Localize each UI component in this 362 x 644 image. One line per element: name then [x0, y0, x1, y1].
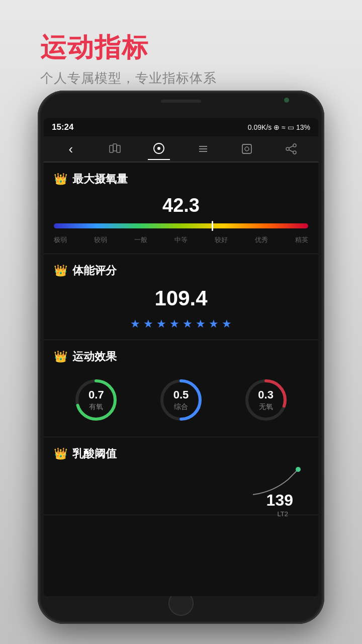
star-1: ★ [130, 317, 140, 331]
signal-icon: ≈ [282, 123, 286, 131]
label-very-weak: 极弱 [54, 235, 67, 245]
map-nav-item[interactable] [104, 138, 126, 160]
exercise-effect-title: 运动效果 [72, 349, 117, 364]
spectrum-marker [212, 221, 213, 231]
lactate-graph-area: 139 LT2 [54, 469, 308, 510]
combined-value: 0.5 [173, 388, 189, 401]
lactate-crown-icon: 👑 [54, 447, 67, 460]
lactate-title: 乳酸阈值 [72, 446, 117, 461]
svg-point-12 [293, 151, 296, 154]
back-button[interactable]: ‹ [60, 138, 82, 160]
label-excellent: 优秀 [255, 235, 268, 245]
star-5: ★ [183, 317, 193, 331]
phone-vol-up-button[interactable] [38, 181, 38, 201]
aerobic-value: 0.7 [88, 388, 104, 401]
svg-rect-0 [110, 145, 113, 152]
phone-screen: 15:24 0.09K/s ⊕ ≈ ▭ 13% ‹ [44, 118, 318, 596]
svg-rect-8 [242, 144, 251, 153]
svg-line-13 [289, 146, 293, 148]
vo2max-header: 👑 最大摄氧量 [54, 172, 308, 187]
spectrum-labels: 极弱 较弱 一般 中等 较好 优秀 精英 [54, 235, 308, 245]
screen-content[interactable]: 👑 最大摄氧量 42.3 极弱 较弱 一般 中等 较好 优秀 精英 [44, 163, 318, 596]
svg-point-4 [157, 147, 160, 150]
spectrum-bar-container [54, 223, 308, 228]
phone-vol-down-button[interactable] [38, 206, 38, 226]
star-7: ★ [209, 317, 219, 331]
nav-bar: ‹ [44, 136, 318, 163]
phone-speaker [161, 100, 201, 103]
aerobic-label: 有氧 [89, 403, 103, 412]
vo2max-value: 42.3 [54, 195, 308, 216]
battery-percent: 13% [296, 123, 310, 131]
combined-circle-wrapper: 0.5 综合 [158, 377, 204, 423]
phone-camera [284, 98, 289, 103]
anaerobic-label: 无氧 [259, 403, 273, 412]
network-speed: 0.09K/s [248, 123, 272, 131]
anaerobic-circle-wrapper: 0.3 无氧 [243, 377, 289, 423]
label-good: 较好 [215, 235, 228, 245]
exercise-effect-header: 👑 运动效果 [54, 349, 308, 364]
label-weak: 较弱 [94, 235, 107, 245]
lactate-header: 👑 乳酸阈值 [54, 446, 308, 461]
vo2max-title: 最大摄氧量 [72, 172, 128, 187]
anaerobic-value: 0.3 [258, 388, 274, 401]
phone-frame: 15:24 0.09K/s ⊕ ≈ ▭ 13% ‹ [38, 91, 324, 624]
svg-line-14 [289, 150, 293, 152]
anaerobic-circle-inner: 0.3 无氧 [243, 377, 289, 423]
combined-circle-inner: 0.5 综合 [158, 377, 204, 423]
label-elite: 精英 [295, 235, 308, 245]
battery-icon: ▭ [288, 123, 294, 131]
aerobic-circle-inner: 0.7 有氧 [73, 377, 119, 423]
star-2: ★ [143, 317, 153, 331]
aerobic-circle-wrapper: 0.7 有氧 [73, 377, 119, 423]
status-right: 0.09K/s ⊕ ≈ ▭ 13% [248, 123, 310, 131]
star-6: ★ [196, 317, 206, 331]
fitness-value: 109.4 [54, 286, 308, 310]
svg-rect-2 [117, 145, 120, 152]
star-4: ★ [169, 317, 179, 331]
list-nav-item[interactable] [192, 138, 214, 160]
svg-rect-1 [113, 144, 117, 151]
fitness-header: 👑 体能评分 [54, 263, 308, 278]
combined-label: 综合 [174, 403, 188, 412]
label-medium: 中等 [174, 235, 188, 245]
svg-point-10 [293, 144, 296, 147]
svg-point-9 [245, 147, 249, 151]
page-title-area: 运动指标 个人专属模型，专业指标体系 [40, 30, 217, 87]
label-normal: 一般 [134, 235, 147, 245]
page-subtitle: 个人专属模型，专业指标体系 [40, 69, 217, 87]
lactate-label: LT2 [278, 510, 288, 518]
share-nav-item[interactable] [280, 138, 302, 160]
vo2max-section: 👑 最大摄氧量 42.3 极弱 较弱 一般 中等 较好 优秀 精英 [44, 163, 318, 254]
star-8: ★ [222, 317, 232, 331]
stars-row: ★ ★ ★ ★ ★ ★ ★ ★ [54, 317, 308, 331]
status-time: 15:24 [52, 122, 73, 132]
spectrum-bar [54, 223, 308, 228]
aerobic-circle-item: 0.7 有氧 [73, 377, 119, 423]
page-title: 运动指标 [40, 30, 217, 65]
lactate-value: 139 [266, 491, 293, 510]
exercise-crown-icon: 👑 [54, 350, 67, 363]
lactate-section: 👑 乳酸阈值 139 LT2 [44, 437, 318, 515]
anaerobic-circle-item: 0.3 无氧 [243, 377, 289, 423]
fitness-title: 体能评分 [72, 263, 117, 278]
vo2max-crown-icon: 👑 [54, 173, 67, 186]
svg-point-11 [286, 147, 289, 150]
fitness-section: 👑 体能评分 109.4 ★ ★ ★ ★ ★ ★ ★ ★ [44, 254, 318, 340]
dashboard-nav-item[interactable] [148, 138, 170, 160]
star-3: ★ [156, 317, 166, 331]
fitness-crown-icon: 👑 [54, 264, 67, 277]
search-nav-item[interactable] [236, 138, 258, 160]
phone-power-button[interactable] [324, 191, 324, 221]
combined-circle-item: 0.5 综合 [158, 377, 204, 423]
svg-point-21 [296, 467, 301, 472]
exercise-effect-section: 👑 运动效果 0.7 有氧 [44, 340, 318, 437]
wifi-icon: ⊕ [274, 123, 280, 131]
status-bar: 15:24 0.09K/s ⊕ ≈ ▭ 13% [44, 118, 318, 136]
circles-row: 0.7 有氧 0.5 [54, 372, 308, 428]
